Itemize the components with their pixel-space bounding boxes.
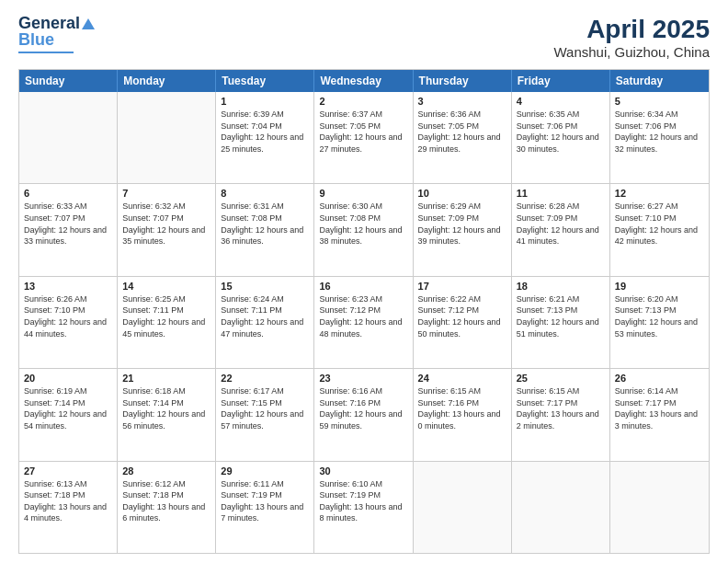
cell-sun-info: Sunrise: 6:15 AM Sunset: 7:17 PM Dayligh… [517,385,605,431]
day-number: 30 [319,465,407,477]
cal-cell-5-6 [512,462,610,553]
cal-cell-2-5: 10Sunrise: 6:29 AM Sunset: 7:09 PM Dayli… [414,184,512,275]
day-number: 2 [319,96,407,107]
header-wednesday: Wednesday [314,70,413,92]
cell-sun-info: Sunrise: 6:20 AM Sunset: 7:13 PM Dayligh… [615,293,704,339]
cal-cell-3-4: 16Sunrise: 6:23 AM Sunset: 7:12 PM Dayli… [314,277,413,368]
cal-cell-2-4: 9Sunrise: 6:30 AM Sunset: 7:08 PM Daylig… [314,184,413,275]
cell-sun-info: Sunrise: 6:26 AM Sunset: 7:10 PM Dayligh… [24,293,112,339]
day-number: 6 [24,188,112,199]
header-saturday: Saturday [610,70,709,92]
cal-cell-4-7: 26Sunrise: 6:14 AM Sunset: 7:17 PM Dayli… [610,369,709,460]
cell-sun-info: Sunrise: 6:13 AM Sunset: 7:18 PM Dayligh… [24,478,112,524]
cell-sun-info: Sunrise: 6:21 AM Sunset: 7:13 PM Dayligh… [517,293,605,339]
day-number: 12 [615,188,704,199]
cal-cell-1-1 [19,92,118,183]
day-number: 3 [418,96,506,107]
cal-cell-1-6: 4Sunrise: 6:35 AM Sunset: 7:06 PM Daylig… [512,92,610,183]
cell-sun-info: Sunrise: 6:37 AM Sunset: 7:05 PM Dayligh… [319,109,407,155]
cal-cell-1-3: 1Sunrise: 6:39 AM Sunset: 7:04 PM Daylig… [216,92,314,183]
cell-sun-info: Sunrise: 6:14 AM Sunset: 7:17 PM Dayligh… [615,385,704,431]
header-sunday: Sunday [19,70,118,92]
cal-week-1: 1Sunrise: 6:39 AM Sunset: 7:04 PM Daylig… [19,92,709,183]
calendar-subtitle: Wanshui, Guizhou, China [553,44,710,60]
cell-sun-info: Sunrise: 6:19 AM Sunset: 7:14 PM Dayligh… [24,385,112,431]
cell-sun-info: Sunrise: 6:27 AM Sunset: 7:10 PM Dayligh… [615,201,704,247]
cell-sun-info: Sunrise: 6:16 AM Sunset: 7:16 PM Dayligh… [319,385,407,431]
cal-cell-5-2: 28Sunrise: 6:12 AM Sunset: 7:18 PM Dayli… [118,462,216,553]
day-number: 9 [319,188,407,199]
cal-cell-4-4: 23Sunrise: 6:16 AM Sunset: 7:16 PM Dayli… [314,369,413,460]
cal-cell-3-7: 19Sunrise: 6:20 AM Sunset: 7:13 PM Dayli… [610,277,709,368]
day-number: 27 [24,465,112,477]
day-number: 26 [615,373,704,384]
cal-week-4: 20Sunrise: 6:19 AM Sunset: 7:14 PM Dayli… [19,368,709,460]
cal-week-3: 13Sunrise: 6:26 AM Sunset: 7:10 PM Dayli… [19,276,709,368]
header: General Blue April 2025 Wanshui, Guizhou… [18,15,710,60]
cal-cell-2-7: 12Sunrise: 6:27 AM Sunset: 7:10 PM Dayli… [610,184,709,275]
cal-cell-1-4: 2Sunrise: 6:37 AM Sunset: 7:05 PM Daylig… [314,92,413,183]
day-number: 24 [418,373,506,384]
cell-sun-info: Sunrise: 6:28 AM Sunset: 7:09 PM Dayligh… [517,201,605,247]
cell-sun-info: Sunrise: 6:32 AM Sunset: 7:07 PM Dayligh… [122,201,210,247]
cell-sun-info: Sunrise: 6:10 AM Sunset: 7:19 PM Dayligh… [319,478,407,524]
cal-cell-3-3: 15Sunrise: 6:24 AM Sunset: 7:11 PM Dayli… [216,277,314,368]
header-thursday: Thursday [414,70,512,92]
logo: General Blue [18,15,95,53]
day-number: 5 [615,96,704,107]
cell-sun-info: Sunrise: 6:11 AM Sunset: 7:19 PM Dayligh… [221,478,309,524]
calendar-body: 1Sunrise: 6:39 AM Sunset: 7:04 PM Daylig… [19,92,709,553]
cell-sun-info: Sunrise: 6:15 AM Sunset: 7:16 PM Dayligh… [418,385,506,431]
cell-sun-info: Sunrise: 6:29 AM Sunset: 7:09 PM Dayligh… [418,201,506,247]
cell-sun-info: Sunrise: 6:25 AM Sunset: 7:11 PM Dayligh… [122,293,210,339]
cell-sun-info: Sunrise: 6:12 AM Sunset: 7:18 PM Dayligh… [122,478,210,524]
cell-sun-info: Sunrise: 6:23 AM Sunset: 7:12 PM Dayligh… [319,293,407,339]
cal-cell-4-3: 22Sunrise: 6:17 AM Sunset: 7:15 PM Dayli… [216,369,314,460]
cal-cell-3-2: 14Sunrise: 6:25 AM Sunset: 7:11 PM Dayli… [118,277,216,368]
cal-cell-1-2 [118,92,216,183]
day-number: 20 [24,373,112,384]
cal-cell-3-1: 13Sunrise: 6:26 AM Sunset: 7:10 PM Dayli… [19,277,118,368]
day-number: 25 [517,373,605,384]
cell-sun-info: Sunrise: 6:24 AM Sunset: 7:11 PM Dayligh… [221,293,309,339]
calendar-title: April 2025 [553,15,710,44]
day-number: 17 [418,281,506,292]
day-number: 8 [221,188,309,199]
cell-sun-info: Sunrise: 6:17 AM Sunset: 7:15 PM Dayligh… [221,385,309,431]
calendar-header: Sunday Monday Tuesday Wednesday Thursday… [19,70,709,92]
page: General Blue April 2025 Wanshui, Guizhou… [0,0,728,563]
cal-cell-5-4: 30Sunrise: 6:10 AM Sunset: 7:19 PM Dayli… [314,462,413,553]
cal-cell-4-1: 20Sunrise: 6:19 AM Sunset: 7:14 PM Dayli… [19,369,118,460]
logo-underline [18,52,74,53]
day-number: 1 [221,96,309,107]
title-block: April 2025 Wanshui, Guizhou, China [553,15,710,60]
cal-cell-2-1: 6Sunrise: 6:33 AM Sunset: 7:07 PM Daylig… [19,184,118,275]
cell-sun-info: Sunrise: 6:30 AM Sunset: 7:08 PM Dayligh… [319,201,407,247]
header-monday: Monday [118,70,216,92]
header-friday: Friday [512,70,610,92]
cal-cell-3-6: 18Sunrise: 6:21 AM Sunset: 7:13 PM Dayli… [512,277,610,368]
logo-triangle-icon [82,18,95,29]
cal-cell-2-3: 8Sunrise: 6:31 AM Sunset: 7:08 PM Daylig… [216,184,314,275]
cal-cell-5-3: 29Sunrise: 6:11 AM Sunset: 7:19 PM Dayli… [216,462,314,553]
day-number: 22 [221,373,309,384]
cell-sun-info: Sunrise: 6:36 AM Sunset: 7:05 PM Dayligh… [418,109,506,155]
day-number: 19 [615,281,704,292]
cal-cell-2-2: 7Sunrise: 6:32 AM Sunset: 7:07 PM Daylig… [118,184,216,275]
cal-week-5: 27Sunrise: 6:13 AM Sunset: 7:18 PM Dayli… [19,461,709,553]
cal-cell-4-2: 21Sunrise: 6:18 AM Sunset: 7:14 PM Dayli… [118,369,216,460]
cal-cell-1-5: 3Sunrise: 6:36 AM Sunset: 7:05 PM Daylig… [414,92,512,183]
cal-cell-4-6: 25Sunrise: 6:15 AM Sunset: 7:17 PM Dayli… [512,369,610,460]
calendar: Sunday Monday Tuesday Wednesday Thursday… [18,69,710,554]
cell-sun-info: Sunrise: 6:33 AM Sunset: 7:07 PM Dayligh… [24,201,112,247]
cal-cell-5-7 [610,462,709,553]
day-number: 16 [319,281,407,292]
cell-sun-info: Sunrise: 6:18 AM Sunset: 7:14 PM Dayligh… [122,385,210,431]
cal-cell-4-5: 24Sunrise: 6:15 AM Sunset: 7:16 PM Dayli… [414,369,512,460]
day-number: 28 [122,465,210,477]
header-tuesday: Tuesday [216,70,314,92]
cal-cell-5-5 [414,462,512,553]
cell-sun-info: Sunrise: 6:35 AM Sunset: 7:06 PM Dayligh… [517,109,605,155]
cell-sun-info: Sunrise: 6:39 AM Sunset: 7:04 PM Dayligh… [221,109,309,155]
cal-cell-2-6: 11Sunrise: 6:28 AM Sunset: 7:09 PM Dayli… [512,184,610,275]
